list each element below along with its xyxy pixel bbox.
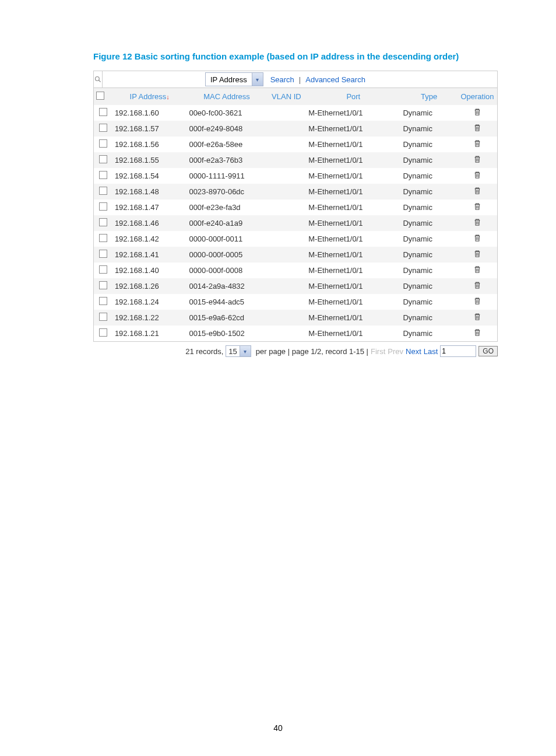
header-ip[interactable]: IP Address↓: [112, 88, 187, 105]
cell-type: Dynamic: [400, 310, 458, 326]
delete-icon[interactable]: [473, 330, 481, 338]
records-count: 21 records,: [185, 347, 223, 356]
first-page-link: First: [371, 347, 385, 356]
cell-mac: 0015-e9a6-62cd: [186, 310, 266, 326]
cell-port: M-Ethernet1/0/1: [306, 231, 400, 247]
delete-icon[interactable]: [473, 314, 481, 323]
page-input[interactable]: [440, 345, 476, 357]
cell-vlan: [267, 136, 307, 152]
cell-ip: 192.168.1.46: [112, 215, 187, 231]
per-page-select[interactable]: 15 ▾: [226, 345, 251, 357]
header-vlan[interactable]: VLAN ID: [267, 88, 307, 105]
cell-port: M-Ethernet1/0/1: [306, 310, 400, 326]
table-row: 192.168.1.220015-e9a6-62cdM-Ethernet1/0/…: [94, 310, 497, 326]
table-row: 192.168.1.55000f-e2a3-76b3M-Ethernet1/0/…: [94, 152, 497, 168]
search-input[interactable]: [103, 71, 205, 88]
search-bar: IP Address ▾ Search | Advanced Search: [94, 71, 497, 88]
delete-icon[interactable]: [473, 267, 481, 275]
cell-vlan: [267, 152, 307, 168]
svg-line-1: [99, 80, 101, 82]
cell-vlan: [267, 278, 307, 294]
cell-type: Dynamic: [400, 326, 458, 341]
table-row: 192.168.1.480023-8970-06dcM-Ethernet1/0/…: [94, 184, 497, 200]
delete-icon[interactable]: [473, 298, 481, 307]
table-row: 192.168.1.240015-e944-adc5M-Ethernet1/0/…: [94, 294, 497, 310]
row-checkbox[interactable]: [99, 108, 107, 116]
delete-icon[interactable]: [473, 156, 481, 165]
cell-type: Dynamic: [400, 168, 458, 184]
cell-vlan: [267, 326, 307, 341]
table-row: 192.168.1.210015-e9b0-1502M-Ethernet1/0/…: [94, 326, 497, 341]
row-checkbox[interactable]: [99, 297, 107, 305]
cell-mac: 000f-e240-a1a9: [186, 215, 266, 231]
cell-vlan: [267, 215, 307, 231]
search-field-select[interactable]: IP Address ▾: [205, 72, 263, 86]
advanced-search-link[interactable]: Advanced Search: [301, 75, 370, 84]
row-checkbox[interactable]: [99, 328, 107, 337]
row-checkbox[interactable]: [99, 250, 107, 258]
header-mac[interactable]: MAC Address: [186, 88, 266, 105]
select-all-checkbox[interactable]: [96, 92, 104, 100]
last-page-link[interactable]: Last: [424, 347, 438, 356]
cell-vlan: [267, 310, 307, 326]
search-button[interactable]: Search: [266, 75, 299, 84]
cell-ip: 192.168.1.40: [112, 262, 187, 278]
next-page-link[interactable]: Next: [406, 347, 421, 356]
cell-vlan: [267, 294, 307, 310]
cell-port: M-Ethernet1/0/1: [306, 278, 400, 294]
table-row: 192.168.1.46000f-e240-a1a9M-Ethernet1/0/…: [94, 215, 497, 231]
delete-icon[interactable]: [473, 204, 481, 212]
row-checkbox[interactable]: [99, 234, 107, 242]
row-checkbox[interactable]: [99, 155, 107, 163]
page-info: per page | page 1/2, record 1-15 |: [256, 347, 368, 356]
delete-icon[interactable]: [473, 109, 481, 118]
cell-ip: 192.168.1.22: [112, 310, 187, 326]
header-type[interactable]: Type: [400, 88, 458, 105]
prev-page-link: Prev: [388, 347, 403, 356]
delete-icon[interactable]: [473, 219, 481, 228]
cell-ip: 192.168.1.54: [112, 168, 187, 184]
cell-mac: 0023-8970-06dc: [186, 184, 266, 200]
search-icon: [94, 71, 103, 88]
cell-ip: 192.168.1.41: [112, 247, 187, 262]
row-checkbox[interactable]: [99, 187, 107, 195]
cell-type: Dynamic: [400, 200, 458, 215]
cell-port: M-Ethernet1/0/1: [306, 262, 400, 278]
cell-mac: 0000-1111-9911: [186, 168, 266, 184]
row-checkbox[interactable]: [99, 218, 107, 226]
cell-mac: 0014-2a9a-4832: [186, 278, 266, 294]
figure-caption: Figure 12 Basic sorting function example…: [93, 51, 498, 61]
cell-port: M-Ethernet1/0/1: [306, 247, 400, 262]
delete-icon[interactable]: [473, 235, 481, 244]
table-row: 192.168.1.540000-1111-9911M-Ethernet1/0/…: [94, 168, 497, 184]
cell-ip: 192.168.1.56: [112, 136, 187, 152]
cell-type: Dynamic: [400, 215, 458, 231]
cell-ip: 192.168.1.47: [112, 200, 187, 215]
cell-vlan: [267, 168, 307, 184]
chevron-down-icon: ▾: [240, 346, 251, 356]
cell-mac: 000f-e2a3-76b3: [186, 152, 266, 168]
row-checkbox[interactable]: [99, 281, 107, 289]
cell-port: M-Ethernet1/0/1: [306, 121, 400, 136]
header-port[interactable]: Port: [306, 88, 400, 105]
delete-icon[interactable]: [473, 125, 481, 134]
cell-vlan: [267, 231, 307, 247]
delete-icon[interactable]: [473, 188, 481, 197]
row-checkbox[interactable]: [99, 139, 107, 148]
row-checkbox[interactable]: [99, 171, 107, 179]
search-field-value: IP Address: [206, 75, 252, 84]
delete-icon[interactable]: [473, 251, 481, 260]
delete-icon[interactable]: [473, 282, 481, 291]
cell-port: M-Ethernet1/0/1: [306, 136, 400, 152]
per-page-value: 15: [226, 347, 239, 356]
row-checkbox[interactable]: [99, 265, 107, 274]
go-button[interactable]: GO: [478, 346, 498, 356]
row-checkbox[interactable]: [99, 202, 107, 211]
delete-icon[interactable]: [473, 141, 481, 149]
delete-icon[interactable]: [473, 172, 481, 181]
cell-ip: 192.168.1.60: [112, 105, 187, 121]
row-checkbox[interactable]: [99, 313, 107, 321]
cell-mac: 0000-000f-0008: [186, 262, 266, 278]
cell-type: Dynamic: [400, 262, 458, 278]
row-checkbox[interactable]: [99, 124, 107, 132]
